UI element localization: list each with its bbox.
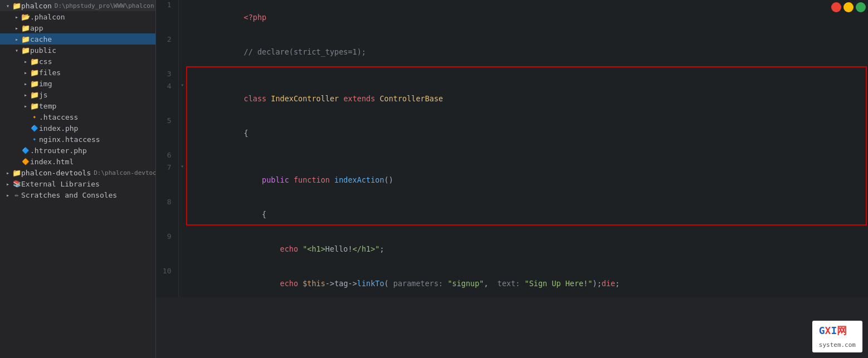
parent-class: ControllerBase (379, 94, 443, 103)
project-sidebar[interactable]: 📁 phalcon D:\phpstudy_pro\WWW\phalcon 📂 … (0, 0, 156, 358)
sidebar-item-files[interactable]: 📁 files (0, 67, 155, 78)
watermark: GXI网 system.com (812, 321, 862, 352)
code-line-8[interactable]: { (186, 197, 868, 232)
arrow-cache (12, 36, 21, 42)
line-number: 1 (156, 0, 178, 35)
sidebar-item-dot-phalcon[interactable]: 📂 .phalcon (0, 11, 155, 22)
table-row: 3 (156, 69, 868, 81)
watermark-i: I (831, 325, 837, 336)
sidebar-item-phalcon-devtools[interactable]: 📁 phalcon-devtools D:\phalcon-devtools (0, 167, 155, 178)
line-number: 8 (156, 197, 178, 232)
code-line-3[interactable] (186, 69, 868, 81)
sidebar-item-js[interactable]: 📁 js (0, 89, 155, 100)
htaccess-label: .htaccess (39, 113, 78, 121)
sidebar-item-cache[interactable]: 📁 cache (0, 33, 155, 45)
code-editor[interactable]: 1 <?php 2 // declare(strict_types=1); (156, 0, 868, 358)
kw-class: class (244, 94, 271, 103)
arrow-img (21, 81, 30, 87)
fold-gutter[interactable] (178, 197, 186, 232)
code-line-9[interactable]: echo "<h1>Hello!</h1>"; (186, 232, 868, 266)
sidebar-item-scratches[interactable]: ✏️ Scratches and Consoles (0, 189, 155, 200)
code-line-4[interactable]: class IndexController extends Controller… (186, 81, 868, 116)
watermark-g: G (819, 325, 825, 336)
file-htaccess-icon: 🔸 (30, 112, 39, 121)
code-table: 1 <?php 2 // declare(strict_types=1); (156, 0, 868, 297)
chrome-icon (831, 2, 841, 12)
file-htrouter-icon: 🔷 (21, 146, 30, 155)
sidebar-item-nginx-htaccess[interactable]: 🔹 nginx.htaccess (0, 134, 155, 145)
sidebar-item-temp[interactable]: 📁 temp (0, 100, 155, 111)
fold-gutter[interactable] (178, 35, 186, 69)
table-row: 7 ▾ public function indexAction() (156, 163, 868, 197)
class-name: IndexController (271, 94, 343, 103)
folder-phalcon-icon: 📁 (12, 1, 21, 10)
arrow-ext-lib (3, 181, 12, 187)
code-line-2[interactable]: // declare(strict_types=1); (186, 35, 868, 69)
browser-icons (829, 0, 868, 14)
line-number: 5 (156, 116, 178, 150)
arrow-temp (21, 103, 30, 109)
fold-gutter[interactable] (178, 0, 186, 35)
code-line-7[interactable]: public function indexAction() (186, 163, 868, 197)
sidebar-item-htaccess[interactable]: 🔸 .htaccess (0, 111, 155, 122)
brace-fn-open: { (244, 210, 267, 219)
js-label: js (39, 91, 48, 99)
sidebar-item-css[interactable]: 📁 css (0, 56, 155, 67)
line-number: 2 (156, 35, 178, 69)
nginx-htaccess-label: nginx.htaccess (39, 135, 100, 144)
tag-prop: tag (334, 279, 348, 288)
sidebar-item-index-html[interactable]: 🔶 index.html (0, 156, 155, 167)
line-number: 10 (156, 266, 178, 297)
table-row: 2 // declare(strict_types=1); (156, 35, 868, 69)
str-h1: "<h1> (303, 244, 325, 253)
arrow-app (12, 25, 21, 31)
linkto-fn: linkTo (357, 279, 384, 288)
kw-public: public (244, 175, 294, 184)
code-line-5[interactable]: { (186, 116, 868, 150)
sidebar-item-phalcon[interactable]: 📁 phalcon D:\phpstudy_pro\WWW\phalcon (0, 0, 155, 11)
code-container: 1 <?php 2 // declare(strict_types=1); (156, 0, 868, 297)
semi1: ; (379, 244, 384, 253)
file-nginx-icon: 🔹 (30, 135, 39, 144)
safari-icon (856, 2, 866, 12)
fold-gutter-4[interactable]: ▾ (178, 81, 186, 116)
fold-gutter[interactable] (178, 150, 186, 163)
css-label: css (39, 57, 52, 66)
folder-devtools-icon: 📁 (12, 168, 21, 177)
ext-lib-label: External Libraries (21, 180, 100, 188)
code-line-6[interactable] (186, 150, 868, 163)
sidebar-item-external-libraries[interactable]: 📚 External Libraries (0, 178, 155, 189)
code-line-1[interactable]: <?php (186, 0, 868, 35)
index-php-label: index.php (39, 124, 78, 133)
file-html-icon: 🔶 (21, 157, 30, 166)
folder-css-icon: 📁 (30, 57, 39, 66)
kw-die: die (602, 279, 615, 288)
fold-gutter[interactable] (178, 232, 186, 266)
fold-gutter[interactable] (178, 69, 186, 81)
kw-function: function (294, 175, 334, 184)
devtools-path: D:\phalcon-devtools (94, 169, 156, 176)
folder-img-icon: 📁 (30, 79, 39, 88)
sidebar-item-img[interactable]: 📁 img (0, 78, 155, 89)
file-php-icon: 🔷 (30, 124, 39, 133)
fn-name: indexAction (334, 175, 384, 184)
sidebar-item-index-php[interactable]: 🔷 index.php (0, 122, 155, 134)
folder-files-icon: 📁 (30, 68, 39, 77)
kw-echo2: echo (280, 279, 303, 288)
line-number: 9 (156, 232, 178, 266)
sidebar-item-htrouter[interactable]: 🔷 .htrouter.php (0, 145, 155, 156)
public-label: public (30, 46, 56, 55)
fold-gutter[interactable] (178, 116, 186, 150)
fold-gutter-7[interactable]: ▾ (178, 163, 186, 197)
sidebar-item-app[interactable]: 📁 app (0, 22, 155, 33)
img-label: img (39, 80, 52, 88)
code-line-10[interactable]: echo $this->tag->linkTo( parameters: "si… (186, 266, 868, 297)
fold-gutter[interactable] (178, 266, 186, 297)
parens: () (384, 175, 393, 184)
sidebar-item-public[interactable]: 📁 public (0, 45, 155, 56)
code-bottom-area (156, 297, 868, 358)
line-number: 4 (156, 81, 178, 116)
line-number: 7 (156, 163, 178, 197)
watermark-x: X (825, 325, 831, 336)
devtools-label: phalcon-devtools (21, 169, 91, 177)
